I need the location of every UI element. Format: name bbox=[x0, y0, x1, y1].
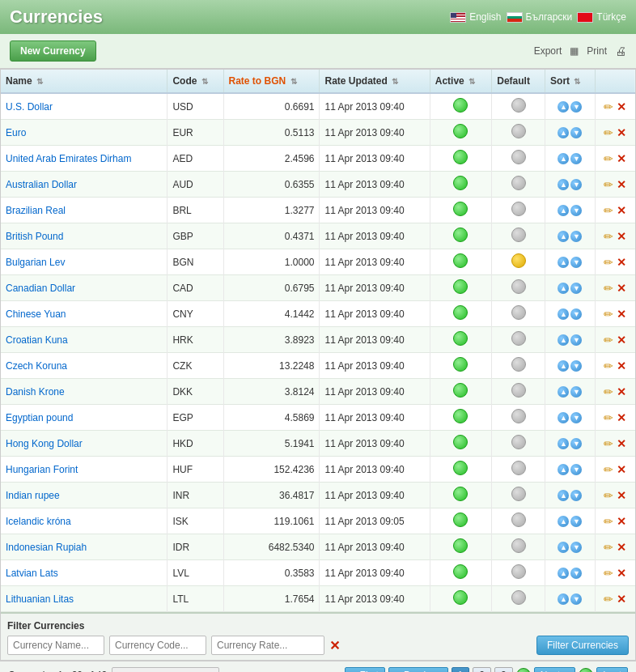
lang-turkish[interactable]: Türkçe bbox=[577, 11, 626, 23]
default-cell[interactable] bbox=[492, 405, 545, 431]
sort-up-button[interactable]: ▲ bbox=[558, 179, 569, 190]
active-icon[interactable] bbox=[453, 383, 468, 398]
per-page-select[interactable]: 20 Records per page 10 Records per page … bbox=[112, 667, 219, 672]
sort-down-button[interactable]: ▼ bbox=[570, 308, 582, 320]
next-page-button[interactable]: Next ▶ bbox=[534, 667, 576, 672]
active-cell[interactable] bbox=[430, 275, 492, 301]
active-icon[interactable] bbox=[453, 305, 468, 320]
sort-down-button[interactable]: ▼ bbox=[570, 231, 582, 242]
default-gray-icon[interactable] bbox=[511, 305, 526, 320]
active-cell[interactable] bbox=[430, 120, 492, 146]
default-cell[interactable] bbox=[492, 483, 545, 508]
active-icon[interactable] bbox=[453, 253, 468, 268]
default-gray-icon[interactable] bbox=[511, 435, 526, 449]
prev-page-button[interactable]: ◀ Previous bbox=[388, 667, 448, 672]
sort-up-button[interactable]: ▲ bbox=[558, 153, 569, 164]
default-cell[interactable] bbox=[492, 327, 545, 353]
delete-button[interactable]: ✕ bbox=[617, 567, 626, 580]
sort-up-button[interactable]: ▲ bbox=[558, 542, 569, 553]
active-icon[interactable] bbox=[453, 98, 468, 113]
active-icon[interactable] bbox=[453, 435, 468, 449]
default-cell[interactable] bbox=[492, 172, 545, 198]
active-icon[interactable] bbox=[453, 461, 468, 475]
delete-button[interactable]: ✕ bbox=[617, 385, 626, 398]
active-cell[interactable] bbox=[430, 560, 492, 586]
sort-down-button[interactable]: ▼ bbox=[570, 464, 582, 475]
last-page-button[interactable]: Last bbox=[596, 667, 628, 672]
edit-button[interactable]: ✏ bbox=[604, 489, 613, 502]
active-icon[interactable] bbox=[453, 564, 468, 579]
edit-button[interactable]: ✏ bbox=[604, 385, 613, 398]
active-icon[interactable] bbox=[453, 176, 468, 190]
active-cell[interactable] bbox=[430, 327, 492, 353]
active-cell[interactable] bbox=[430, 301, 492, 327]
edit-button[interactable]: ✏ bbox=[604, 178, 613, 191]
sort-down-button[interactable]: ▼ bbox=[570, 153, 582, 164]
sort-up-button[interactable]: ▲ bbox=[558, 516, 569, 527]
filter-code-input[interactable] bbox=[109, 636, 206, 655]
default-gray-icon[interactable] bbox=[511, 409, 526, 423]
sort-down-button[interactable]: ▼ bbox=[570, 334, 582, 346]
currency-name-link[interactable]: Croatian Kuna bbox=[6, 334, 68, 346]
active-cell[interactable] bbox=[430, 457, 492, 483]
edit-button[interactable]: ✏ bbox=[604, 541, 613, 554]
currency-name-link[interactable]: Hungarian Forint bbox=[6, 464, 78, 475]
default-gray-icon[interactable] bbox=[511, 124, 526, 138]
lang-bulgarian[interactable]: Български bbox=[507, 11, 573, 23]
delete-button[interactable]: ✕ bbox=[617, 256, 626, 269]
currency-name-link[interactable]: British Pound bbox=[6, 231, 63, 242]
active-cell[interactable] bbox=[430, 483, 492, 508]
edit-button[interactable]: ✏ bbox=[604, 334, 613, 347]
default-gray-icon[interactable] bbox=[511, 461, 526, 475]
currency-name-link[interactable]: U.S. Dollar bbox=[6, 101, 53, 113]
sort-down-button[interactable]: ▼ bbox=[570, 438, 582, 449]
sort-up-button[interactable]: ▲ bbox=[558, 490, 569, 501]
delete-button[interactable]: ✕ bbox=[617, 593, 626, 606]
currency-name-link[interactable]: United Arab Emirates Dirham bbox=[6, 153, 131, 164]
sort-down-button[interactable]: ▼ bbox=[570, 283, 582, 294]
sort-down-button[interactable]: ▼ bbox=[570, 101, 582, 113]
edit-button[interactable]: ✏ bbox=[604, 282, 613, 295]
active-cell[interactable] bbox=[430, 198, 492, 223]
active-cell[interactable] bbox=[430, 249, 492, 275]
currency-name-link[interactable]: Canadian Dollar bbox=[6, 283, 75, 294]
active-icon[interactable] bbox=[453, 487, 468, 501]
edit-button[interactable]: ✏ bbox=[604, 152, 613, 165]
active-icon[interactable] bbox=[453, 202, 468, 216]
sort-down-button[interactable]: ▼ bbox=[570, 386, 582, 398]
export-link[interactable]: Export bbox=[534, 45, 562, 57]
sort-down-button[interactable]: ▼ bbox=[570, 360, 582, 372]
delete-button[interactable]: ✕ bbox=[617, 178, 626, 191]
delete-button[interactable]: ✕ bbox=[617, 334, 626, 347]
default-cell[interactable] bbox=[492, 508, 545, 534]
sort-up-button[interactable]: ▲ bbox=[558, 568, 569, 579]
default-cell[interactable] bbox=[492, 534, 545, 560]
delete-button[interactable]: ✕ bbox=[617, 282, 626, 295]
active-icon[interactable] bbox=[453, 150, 468, 164]
sort-up-button[interactable]: ▲ bbox=[558, 257, 569, 268]
active-cell[interactable] bbox=[430, 431, 492, 457]
currency-name-link[interactable]: Australian Dollar bbox=[6, 179, 77, 190]
delete-button[interactable]: ✕ bbox=[617, 463, 626, 476]
first-page-button[interactable]: ◀ First bbox=[345, 667, 385, 672]
active-icon[interactable] bbox=[453, 513, 468, 527]
sort-down-button[interactable]: ▼ bbox=[570, 179, 582, 190]
sort-up-button[interactable]: ▲ bbox=[558, 334, 569, 346]
sort-up-button[interactable]: ▲ bbox=[558, 593, 569, 605]
sort-up-button[interactable]: ▲ bbox=[558, 464, 569, 475]
page-2-button[interactable]: 2 bbox=[473, 667, 491, 672]
default-cell[interactable] bbox=[492, 353, 545, 379]
sort-down-button[interactable]: ▼ bbox=[570, 593, 582, 605]
default-cell[interactable] bbox=[492, 146, 545, 172]
page-3-button[interactable]: 3 bbox=[494, 667, 513, 672]
print-link[interactable]: Print bbox=[587, 45, 607, 57]
sort-down-button[interactable]: ▼ bbox=[570, 127, 582, 138]
sort-down-button[interactable]: ▼ bbox=[570, 412, 582, 423]
next-circle-button[interactable]: ▶ bbox=[516, 668, 531, 672]
lang-english[interactable]: English bbox=[450, 11, 501, 23]
new-currency-button[interactable]: New Currency bbox=[10, 40, 96, 62]
default-gray-icon[interactable] bbox=[511, 279, 526, 294]
active-cell[interactable] bbox=[430, 93, 492, 120]
edit-button[interactable]: ✏ bbox=[604, 411, 613, 424]
default-gray-icon[interactable] bbox=[511, 590, 526, 605]
